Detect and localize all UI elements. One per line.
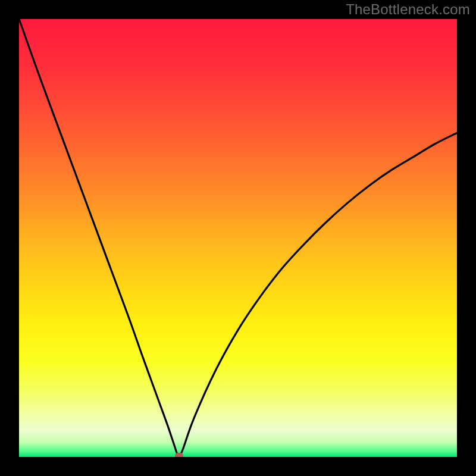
bottleneck-curve (19, 19, 457, 457)
watermark-text: TheBottleneck.com (346, 1, 470, 18)
plot-area (19, 19, 457, 457)
chart-frame: TheBottleneck.com (0, 0, 476, 476)
optimal-point-marker (175, 453, 183, 457)
